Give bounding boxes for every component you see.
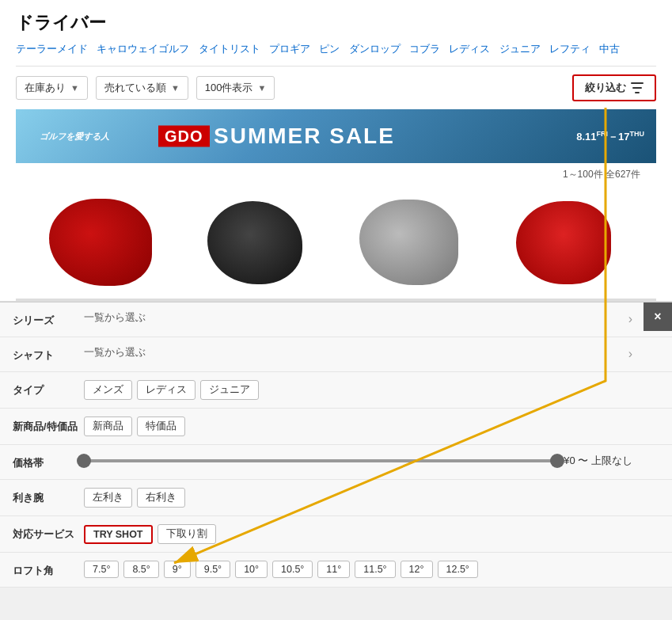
filter-label-new: 新商品/特価品: [13, 417, 84, 434]
hand-tag-right[interactable]: 右利き: [137, 488, 185, 508]
count-filter-label: 100件表示: [205, 81, 253, 95]
brand-link-cobra[interactable]: コブラ: [409, 43, 440, 56]
separator: [192, 43, 195, 56]
new-tag-new[interactable]: 新商品: [84, 417, 132, 436]
loft-tag-95[interactable]: 9.5°: [196, 561, 230, 578]
filter-right: 絞り込む: [572, 74, 656, 101]
service-tag-tryshot[interactable]: TRY SHOT: [84, 525, 153, 544]
brand-link-prgr[interactable]: プロギア: [269, 43, 310, 56]
filter-row-shaft: シャフト 一覧から選ぶ ›: [0, 337, 672, 372]
filter-button[interactable]: 絞り込む: [572, 74, 656, 101]
filter-row-price: 価格帯 ¥0 〜 上限なし: [0, 445, 672, 480]
brand-link-ping[interactable]: ピン: [319, 43, 340, 56]
separator: [493, 43, 495, 56]
stock-filter-label: 在庫あり: [25, 81, 66, 95]
result-count: 1～100件 全627件: [16, 163, 656, 186]
brand-nav: テーラーメイド キャロウェイゴルフ タイトリスト プロギア ピン ダンロップ コ…: [16, 43, 656, 67]
brand-link-ladies[interactable]: レディス: [449, 43, 490, 56]
close-button[interactable]: ×: [644, 302, 672, 331]
type-tag-junior[interactable]: ジュニア: [200, 380, 259, 400]
new-tag-special[interactable]: 特価品: [137, 417, 185, 436]
product-item-1[interactable]: [24, 194, 178, 291]
chevron-down-icon: ▼: [257, 83, 266, 93]
type-tag-mens[interactable]: メンズ: [84, 380, 132, 400]
filter-row-series: シリーズ 一覧から選ぶ ›: [0, 302, 672, 337]
loft-tag-12[interactable]: 12°: [401, 561, 433, 578]
filter-label-shaft: シャフト: [13, 345, 84, 363]
brand-link-callaway[interactable]: キャロウェイゴルフ: [97, 43, 189, 56]
filter-content-shaft: 一覧から選ぶ: [84, 345, 628, 359]
range-slider[interactable]: [84, 453, 557, 469]
range-thumb-left[interactable]: [77, 454, 91, 468]
separator: [343, 43, 345, 56]
filter-label-price: 価格帯: [13, 453, 84, 470]
sort-filter[interactable]: 売れている順 ▼: [96, 76, 188, 100]
product-item-2[interactable]: [178, 194, 332, 291]
filter-content-type: メンズ レディス ジュニア: [84, 380, 632, 400]
separator: [544, 43, 546, 56]
chevron-down-icon: ▼: [171, 83, 180, 93]
count-filter[interactable]: 100件表示 ▼: [196, 76, 275, 100]
hand-tag-left[interactable]: 左利き: [84, 488, 132, 508]
range-thumb-right[interactable]: [550, 454, 564, 468]
brand-link-junior[interactable]: ジュニア: [499, 43, 541, 56]
filter-label-hand: 利き腕: [13, 488, 84, 505]
chevron-right-icon: ›: [628, 310, 632, 326]
separator: [443, 43, 446, 56]
filter-bar: 在庫あり ▼ 売れている順 ▼ 100件表示 ▼ 絞り込む: [16, 67, 656, 109]
loft-tag-11[interactable]: 11°: [317, 561, 350, 578]
service-tag-tradein[interactable]: 下取り割: [158, 524, 216, 544]
loft-tag-125[interactable]: 12.5°: [438, 561, 478, 578]
banner-sale-text: SUMMER SALE: [214, 124, 593, 149]
filter-label-service: 対応サービス: [13, 524, 84, 542]
filter-panel: × シリーズ 一覧から選ぶ › シャフト 一覧から選ぶ ›: [0, 302, 672, 588]
filter-content-hand: 左利き 右利き: [84, 488, 632, 508]
brand-link-used[interactable]: 中古: [599, 43, 620, 56]
filter-row-loft: ロフト角 7.5° 8.5° 9° 9.5° 10° 10.5° 11° 11.…: [0, 553, 672, 588]
brand-link-lefty[interactable]: レフティ: [549, 43, 590, 56]
loft-tag-10[interactable]: 10°: [235, 561, 268, 578]
loft-tag-85[interactable]: 8.5°: [123, 561, 158, 578]
banner-date: 8.11FRI－17THU: [576, 130, 644, 143]
summer-sale-banner[interactable]: ゴルフを愛する人 GDO SUMMER SALE 8.11FRI－17THU: [16, 109, 656, 163]
filter-row-type: タイプ メンズ レディス ジュニア: [0, 372, 672, 409]
filter-icon: [631, 82, 644, 93]
loft-tag-115[interactable]: 11.5°: [355, 561, 395, 578]
loft-tag-75[interactable]: 7.5°: [84, 561, 119, 578]
product-item-4[interactable]: [486, 194, 640, 291]
type-tag-ladies[interactable]: レディス: [137, 380, 196, 400]
filter-content-price[interactable]: ¥0 〜 上限なし: [84, 453, 632, 469]
filter-panel-section: × シリーズ 一覧から選ぶ › シャフト 一覧から選ぶ ›: [0, 302, 672, 588]
filter-panel-inner: × シリーズ 一覧から選ぶ › シャフト 一覧から選ぶ ›: [0, 302, 672, 588]
chevron-right-icon: ›: [628, 345, 632, 361]
stock-filter[interactable]: 在庫あり ▼: [16, 76, 88, 100]
filter-button-label: 絞り込む: [585, 81, 626, 95]
filter-label-loft: ロフト角: [13, 561, 84, 578]
loft-tag-9[interactable]: 9°: [164, 561, 191, 578]
series-link[interactable]: 一覧から選ぶ: [84, 310, 146, 325]
separator: [91, 43, 93, 56]
product-image-4: [516, 201, 611, 284]
shaft-link[interactable]: 一覧から選ぶ: [84, 345, 146, 359]
product-image-2: [207, 201, 302, 284]
product-image-3: [359, 200, 458, 285]
page-title: ドライバー: [16, 11, 656, 35]
loft-tag-105[interactable]: 10.5°: [272, 561, 313, 578]
filter-row-service: 対応サービス TRY SHOT 下取り割: [0, 516, 672, 553]
filter-label-type: タイプ: [13, 380, 84, 397]
brand-link-dunlop[interactable]: ダンロップ: [349, 43, 401, 56]
filter-label-series: シリーズ: [13, 310, 84, 328]
brand-link-taylormade[interactable]: テーラーメイド: [16, 43, 88, 56]
filter-row-new: 新商品/特価品 新商品 特価品: [0, 409, 672, 445]
price-range: ¥0 〜 上限なし: [84, 453, 632, 469]
product-item-3[interactable]: [332, 194, 487, 291]
banner-gdo-logo: GDO: [158, 126, 210, 147]
range-fill: [84, 459, 557, 462]
price-label: ¥0 〜 上限なし: [564, 454, 632, 468]
filter-content-series: 一覧から選ぶ: [84, 310, 628, 325]
separator: [313, 43, 316, 56]
separator: [264, 43, 266, 56]
brand-link-titleist[interactable]: タイトリスト: [199, 43, 260, 56]
filter-content-loft: 7.5° 8.5° 9° 9.5° 10° 10.5° 11° 11.5° 12…: [84, 561, 632, 578]
filter-content-service: TRY SHOT 下取り割: [84, 524, 632, 544]
